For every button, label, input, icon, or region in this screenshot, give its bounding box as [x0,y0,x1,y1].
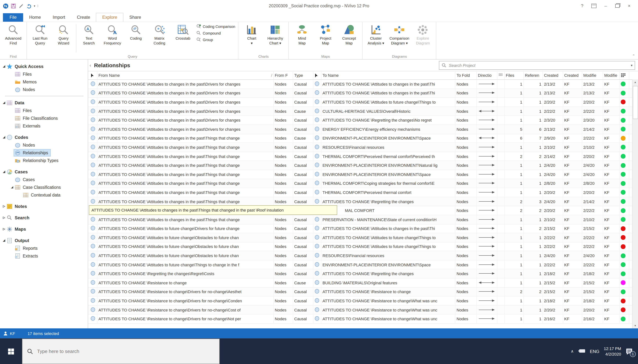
cluster-analysis-button[interactable]: Cluster Analysis ▾ [364,23,388,54]
tree-collapsed-icon[interactable]: ▷ [2,227,6,231]
sidebar-item-externals[interactable]: Externals [0,122,88,130]
vertical-scrollbar[interactable]: ▲ ▼ [632,79,638,328]
table-row[interactable]: ATTITUDES TO CHANGE \Attitudes to change… [88,188,638,197]
tray-chevron-icon[interactable]: ∧ [571,349,574,354]
table-row[interactable]: MAL COMFORTNodes222/20/2KF2/22/2KFATTITU… [88,206,638,215]
column-header-to_folder[interactable]: To Fold [456,71,477,79]
table-row[interactable]: ATTITUDES TO CHANGE \Resistance to chang… [88,306,638,314]
query-wizard-button[interactable]: Query Wizard [52,23,75,54]
column-header-references[interactable]: Referen [524,71,543,79]
coding-button[interactable]: Coding [124,23,148,54]
search-dropdown-icon[interactable]: ▾ [629,63,635,67]
chart-button[interactable]: Chart ▾ [240,23,264,54]
crosstab-button[interactable]: Crosstab [171,23,195,54]
ribbon-options-button[interactable] [589,2,599,10]
table-row[interactable]: ATTITUDES TO CHANGE \Resistance to chang… [88,278,638,288]
table-row[interactable]: ATTITUDES TO CHANGE \Attitudes to future… [88,252,638,260]
word-frequency-button[interactable]: AWord Frequency [101,23,124,54]
matrix-coding-button[interactable]: Matrix Coding [148,23,171,54]
scroll-down-icon[interactable]: ▼ [632,323,638,328]
column-header-created_by[interactable]: Created [563,71,582,79]
sidebar-item-output[interactable]: ◢Output [0,236,88,244]
sidebar-item-cases[interactable]: Cases [0,176,88,183]
column-header-icon2[interactable] [313,71,322,79]
sidebar-item-memos[interactable]: Memos [0,78,88,86]
sidebar-item-files[interactable]: Files [0,106,88,114]
sidebar-item-extracts[interactable]: Extracts [0,252,88,260]
sidebar-item-relationship-types[interactable]: Relationship Types [0,156,88,164]
tree-expanded-icon[interactable]: ◢ [10,186,14,189]
coding-comparison-button[interactable]: Coding Comparison [196,24,235,29]
tree-expanded-icon[interactable]: ◢ [2,136,6,139]
restore-button[interactable] [612,2,622,10]
search-project-input[interactable] [448,63,629,68]
sidebar-item-data[interactable]: ◢Data [0,99,88,106]
hierarchy-chart-button[interactable]: Hierarchy Chart ▾ [264,23,287,54]
comparison-diagram-button[interactable]: Comparison Diagram ▾ [388,23,411,54]
tab-share[interactable]: Share [124,13,147,22]
project-map-button[interactable]: Project Map [314,23,337,54]
tab-create[interactable]: Create [71,13,96,22]
table-row[interactable]: ATTITUDES TO CHANGE \Attitudes to change… [88,80,638,89]
column-header-type[interactable]: Type [293,71,313,79]
column-header-direction[interactable]: Directio [477,71,497,79]
table-row[interactable]: ATTITUDES TO CHANGE \Attitudes to change… [88,161,638,170]
scrollbar-thumb[interactable] [633,86,638,119]
sidebar-item-codes[interactable]: ◢Codes [0,133,88,141]
column-header-from_folder[interactable]: From F [274,71,293,79]
table-row[interactable]: ATTITUDES TO CHANGE \Attitudes to change… [88,215,638,224]
tree-collapsed-icon[interactable]: ▷ [2,216,6,219]
table-row[interactable]: ATTITUDES TO CHANGE \Attitudes to change… [88,143,638,152]
sidebar-item-contextual-data[interactable]: Contextual data [0,191,88,199]
sidebar-item-notes[interactable]: ▷Notes [0,202,88,210]
mind-map-button[interactable]: Mind Map [290,23,314,54]
table-row[interactable]: ATTITUDES TO CHANGE \Regretting the chan… [88,270,638,278]
table-row[interactable]: ATTITUDES TO CHANGE \Resistance to chang… [88,314,638,324]
column-header-modified_by[interactable]: Modifie [603,71,620,79]
compound-button[interactable]: Compound [196,30,235,36]
column-header-dot[interactable] [620,71,629,79]
table-row[interactable]: ATTITUDES TO CHANGE \Attitudes to change… [88,170,638,179]
tab-file[interactable]: File [3,13,23,22]
start-button[interactable] [0,339,22,364]
column-header-modified_date[interactable]: Modifie [582,71,603,79]
column-header-files[interactable]: Files [505,71,524,79]
table-row[interactable]: ATTITUDES TO CHANGE \Attitudes to change… [88,89,638,98]
sidebar-item-file-classifications[interactable]: File Classifications [0,114,88,122]
scroll-up-icon[interactable]: ▲ [632,79,638,85]
sidebar-item-relationships[interactable]: Relationships [0,149,88,156]
sidebar-item-search[interactable]: ▷Search [0,214,88,222]
table-row[interactable]: ATTITUDES TO CHANGE \Attitudes to future… [88,233,638,242]
sidebar-item-maps[interactable]: ▷Maps [0,225,88,233]
keyboard-icon[interactable] [578,348,586,355]
table-row[interactable]: ATTITUDES TO CHANGE \Attitudes to change… [88,98,638,107]
save-button[interactable] [11,3,16,9]
column-header-to_name[interactable]: To Name [322,71,456,79]
sidebar-item-files[interactable]: Files [0,70,88,78]
concept-map-button[interactable]: Concept Map [337,23,361,54]
table-row[interactable]: ATTITUDES TO CHANGE \Attitudes to change… [88,179,638,188]
sidebar-item-case-classifications[interactable]: ◢Case Classifications [0,183,88,191]
taskbar-search-box[interactable] [22,339,220,364]
tree-expanded-icon[interactable]: ◢ [2,65,6,68]
sidebar-item-nodes[interactable]: Nodes [0,141,88,149]
tab-explore[interactable]: Explore [96,13,124,22]
table-row[interactable]: ATTITUDES TO CHANGE \Attitudes to future… [88,260,638,270]
tab-import[interactable]: Import [47,13,71,22]
minimize-button[interactable]: – [600,2,611,10]
group-button[interactable]: Group [196,37,235,42]
notification-icon[interactable]: 1 [626,347,634,355]
customize-qat-icon[interactable]: ⁞ [38,4,38,8]
language-indicator[interactable]: ENG [590,349,600,354]
tree-collapsed-icon[interactable]: ▷ [2,204,6,208]
table-row[interactable]: ATTITUDES TO CHANGE \Resistance to chang… [88,288,638,296]
sidebar-item-quick-access[interactable]: ◢Quick Access [0,62,88,70]
help-button[interactable]: ? [577,2,587,10]
collapse-sidebar-button[interactable]: ‹ [90,63,93,68]
search-project-box[interactable]: ▾ [439,61,635,70]
table-row[interactable]: ATTITUDES TO CHANGE \Attitudes to change… [88,107,638,116]
table-row[interactable]: ATTITUDES TO CHANGE \Attitudes to future… [88,242,638,251]
pencil-icon[interactable] [18,3,24,9]
text-search-button[interactable]: AText Search [77,23,101,54]
table-row[interactable]: ATTITUDES TO CHANGE \Attitudes to change… [88,125,638,134]
